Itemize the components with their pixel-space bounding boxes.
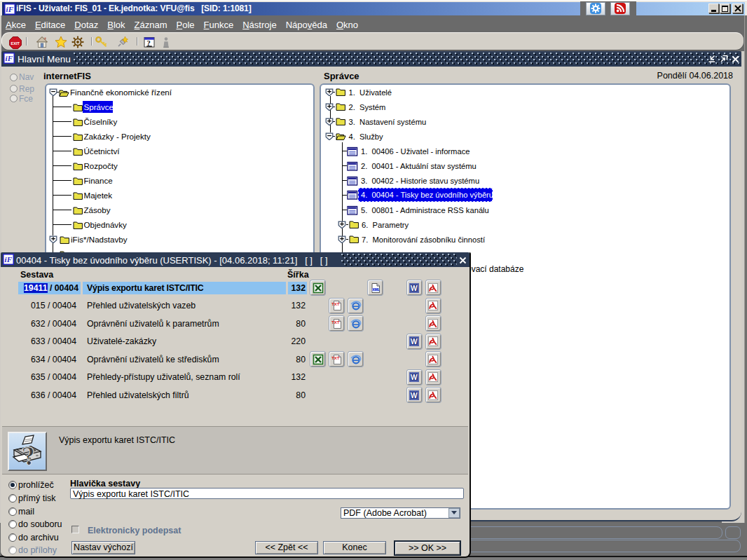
svg-text:?: ? — [20, 440, 38, 468]
